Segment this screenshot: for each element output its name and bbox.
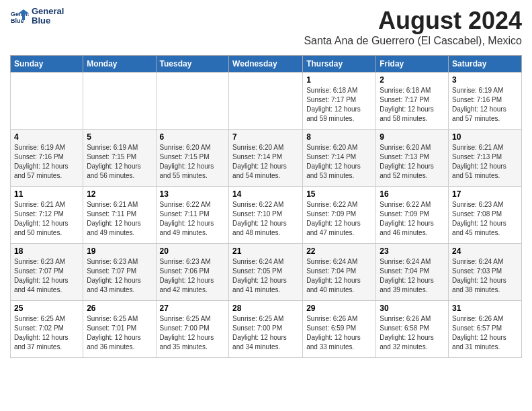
day-info: Sunrise: 6:26 AMSunset: 6:59 PMDaylight:… xyxy=(306,314,372,352)
day-info: Sunrise: 6:24 AMSunset: 7:05 PMDaylight:… xyxy=(232,257,299,295)
day-info: Sunrise: 6:22 AMSunset: 7:09 PMDaylight:… xyxy=(380,200,445,238)
day-number: 19 xyxy=(87,246,152,256)
day-info: Sunrise: 6:20 AMSunset: 7:15 PMDaylight:… xyxy=(160,143,226,181)
day-number: 9 xyxy=(380,132,445,142)
day-number: 18 xyxy=(14,246,79,256)
day-info: Sunrise: 6:24 AMSunset: 7:04 PMDaylight:… xyxy=(306,257,372,295)
calendar-cell: 14Sunrise: 6:22 AMSunset: 7:10 PMDayligh… xyxy=(229,187,303,244)
calendar-cell: 25Sunrise: 6:25 AMSunset: 7:02 PMDayligh… xyxy=(11,301,83,358)
day-info: Sunrise: 6:25 AMSunset: 7:00 PMDaylight:… xyxy=(232,314,299,352)
calendar-header-row: SundayMondayTuesdayWednesdayThursdayFrid… xyxy=(11,56,522,73)
calendar-cell: 12Sunrise: 6:21 AMSunset: 7:11 PMDayligh… xyxy=(83,187,156,244)
calendar-cell: 1Sunrise: 6:18 AMSunset: 7:17 PMDaylight… xyxy=(303,73,376,130)
calendar-cell xyxy=(11,73,83,130)
day-number: 27 xyxy=(160,304,226,313)
calendar-cell xyxy=(83,73,156,130)
day-number: 13 xyxy=(160,189,226,199)
calendar-cell: 20Sunrise: 6:23 AMSunset: 7:06 PMDayligh… xyxy=(156,244,229,301)
calendar-week-row: 4Sunrise: 6:19 AMSunset: 7:16 PMDaylight… xyxy=(11,130,522,187)
day-info: Sunrise: 6:22 AMSunset: 7:11 PMDaylight:… xyxy=(160,200,226,238)
month-title: August 2024 xyxy=(304,7,522,35)
calendar-week-row: 11Sunrise: 6:21 AMSunset: 7:12 PMDayligh… xyxy=(11,187,522,244)
calendar-cell: 10Sunrise: 6:21 AMSunset: 7:13 PMDayligh… xyxy=(449,130,522,187)
day-number: 4 xyxy=(14,132,79,142)
day-number: 11 xyxy=(14,189,79,199)
calendar-cell: 22Sunrise: 6:24 AMSunset: 7:04 PMDayligh… xyxy=(303,244,376,301)
calendar-cell: 24Sunrise: 6:24 AMSunset: 7:03 PMDayligh… xyxy=(449,244,522,301)
calendar-cell: 19Sunrise: 6:23 AMSunset: 7:07 PMDayligh… xyxy=(83,244,156,301)
day-info: Sunrise: 6:22 AMSunset: 7:09 PMDaylight:… xyxy=(306,200,372,238)
calendar-table: SundayMondayTuesdayWednesdayThursdayFrid… xyxy=(10,55,522,358)
day-number: 22 xyxy=(306,246,372,256)
day-info: Sunrise: 6:23 AMSunset: 7:07 PMDaylight:… xyxy=(14,257,79,295)
day-info: Sunrise: 6:23 AMSunset: 7:06 PMDaylight:… xyxy=(160,257,226,295)
calendar-cell: 15Sunrise: 6:22 AMSunset: 7:09 PMDayligh… xyxy=(303,187,376,244)
day-info: Sunrise: 6:20 AMSunset: 7:14 PMDaylight:… xyxy=(306,143,372,181)
calendar-cell: 18Sunrise: 6:23 AMSunset: 7:07 PMDayligh… xyxy=(11,244,83,301)
day-info: Sunrise: 6:22 AMSunset: 7:10 PMDaylight:… xyxy=(232,200,299,238)
day-info: Sunrise: 6:26 AMSunset: 6:58 PMDaylight:… xyxy=(380,314,445,352)
day-of-week-header: Friday xyxy=(376,56,449,73)
calendar-cell: 9Sunrise: 6:20 AMSunset: 7:13 PMDaylight… xyxy=(376,130,449,187)
day-info: Sunrise: 6:21 AMSunset: 7:11 PMDaylight:… xyxy=(87,200,152,238)
calendar-cell: 3Sunrise: 6:19 AMSunset: 7:16 PMDaylight… xyxy=(449,73,522,130)
day-of-week-header: Saturday xyxy=(449,56,522,73)
calendar-cell: 4Sunrise: 6:19 AMSunset: 7:16 PMDaylight… xyxy=(11,130,83,187)
day-info: Sunrise: 6:20 AMSunset: 7:13 PMDaylight:… xyxy=(380,143,445,181)
calendar-cell: 2Sunrise: 6:18 AMSunset: 7:17 PMDaylight… xyxy=(376,73,449,130)
day-of-week-header: Monday xyxy=(83,56,156,73)
day-info: Sunrise: 6:25 AMSunset: 7:02 PMDaylight:… xyxy=(14,314,79,352)
calendar-cell: 8Sunrise: 6:20 AMSunset: 7:14 PMDaylight… xyxy=(303,130,376,187)
logo-line1: General xyxy=(32,7,64,16)
logo-line2: Blue xyxy=(32,16,64,26)
day-number: 6 xyxy=(160,132,226,142)
day-number: 5 xyxy=(87,132,152,142)
calendar-week-row: 1Sunrise: 6:18 AMSunset: 7:17 PMDaylight… xyxy=(11,73,522,130)
calendar-cell: 5Sunrise: 6:19 AMSunset: 7:15 PMDaylight… xyxy=(83,130,156,187)
day-number: 23 xyxy=(380,246,445,256)
day-number: 29 xyxy=(306,304,372,313)
location-title: Santa Ana de Guerrero (El Cascabel), Mex… xyxy=(304,35,522,47)
day-of-week-header: Thursday xyxy=(303,56,376,73)
calendar-cell xyxy=(229,73,303,130)
calendar-cell: 27Sunrise: 6:25 AMSunset: 7:00 PMDayligh… xyxy=(156,301,229,358)
day-info: Sunrise: 6:20 AMSunset: 7:14 PMDaylight:… xyxy=(232,143,299,181)
day-number: 7 xyxy=(232,132,299,142)
calendar-cell: 11Sunrise: 6:21 AMSunset: 7:12 PMDayligh… xyxy=(11,187,83,244)
day-number: 20 xyxy=(160,246,226,256)
day-number: 31 xyxy=(452,304,518,313)
day-of-week-header: Tuesday xyxy=(156,56,229,73)
day-number: 14 xyxy=(232,189,299,199)
calendar-cell: 30Sunrise: 6:26 AMSunset: 6:58 PMDayligh… xyxy=(376,301,449,358)
day-number: 30 xyxy=(380,304,445,313)
day-info: Sunrise: 6:26 AMSunset: 6:57 PMDaylight:… xyxy=(452,314,518,352)
calendar-cell: 21Sunrise: 6:24 AMSunset: 7:05 PMDayligh… xyxy=(229,244,303,301)
calendar-cell: 6Sunrise: 6:20 AMSunset: 7:15 PMDaylight… xyxy=(156,130,229,187)
day-number: 15 xyxy=(306,189,372,199)
day-info: Sunrise: 6:24 AMSunset: 7:03 PMDaylight:… xyxy=(452,257,518,295)
day-number: 16 xyxy=(380,189,445,199)
day-info: Sunrise: 6:21 AMSunset: 7:12 PMDaylight:… xyxy=(14,200,79,238)
calendar-cell: 23Sunrise: 6:24 AMSunset: 7:04 PMDayligh… xyxy=(376,244,449,301)
calendar-cell: 13Sunrise: 6:22 AMSunset: 7:11 PMDayligh… xyxy=(156,187,229,244)
logo: General Blue General Blue xyxy=(10,7,64,26)
day-number: 8 xyxy=(306,132,372,142)
day-number: 2 xyxy=(380,75,445,85)
day-of-week-header: Wednesday xyxy=(229,56,303,73)
day-number: 10 xyxy=(452,132,518,142)
day-number: 12 xyxy=(87,189,152,199)
calendar-cell: 29Sunrise: 6:26 AMSunset: 6:59 PMDayligh… xyxy=(303,301,376,358)
day-number: 26 xyxy=(87,304,152,313)
day-info: Sunrise: 6:24 AMSunset: 7:04 PMDaylight:… xyxy=(380,257,445,295)
day-info: Sunrise: 6:19 AMSunset: 7:16 PMDaylight:… xyxy=(14,143,79,181)
day-number: 3 xyxy=(452,75,518,85)
calendar-cell xyxy=(156,73,229,130)
calendar-cell: 7Sunrise: 6:20 AMSunset: 7:14 PMDaylight… xyxy=(229,130,303,187)
day-info: Sunrise: 6:21 AMSunset: 7:13 PMDaylight:… xyxy=(452,143,518,181)
day-info: Sunrise: 6:19 AMSunset: 7:15 PMDaylight:… xyxy=(87,143,152,181)
day-info: Sunrise: 6:25 AMSunset: 7:00 PMDaylight:… xyxy=(160,314,226,352)
day-info: Sunrise: 6:23 AMSunset: 7:07 PMDaylight:… xyxy=(87,257,152,295)
day-number: 1 xyxy=(306,75,372,85)
day-number: 24 xyxy=(452,246,518,256)
calendar-week-row: 25Sunrise: 6:25 AMSunset: 7:02 PMDayligh… xyxy=(11,301,522,358)
